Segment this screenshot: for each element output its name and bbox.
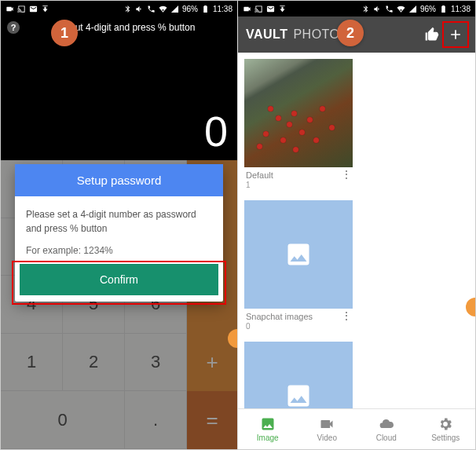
volume-icon [373, 5, 382, 13]
album-card-default[interactable]: Default 1 ⋮ [244, 59, 353, 189]
album-card-snapchat[interactable]: Snapchat images 0 ⋮ [244, 200, 353, 331]
phone-icon [147, 5, 156, 13]
bluetooth-icon [361, 5, 370, 13]
cast-icon [254, 5, 263, 13]
confirm-button[interactable]: Confirm [20, 264, 218, 295]
bottom-nav: Image Video Cloud Settings [238, 408, 475, 449]
clock: 11:38 [213, 5, 233, 13]
cloud-icon [379, 416, 394, 432]
album-count: 1 [246, 181, 273, 189]
mail-icon [29, 5, 38, 13]
wifi-icon [397, 5, 405, 13]
album-menu-icon[interactable]: ⋮ [341, 170, 351, 178]
album-thumb [244, 59, 353, 167]
download-icon [278, 5, 287, 13]
gear-icon [438, 416, 453, 432]
screenshot-step-1: 96% 11:38 ? put 4-digit and press % butt… [1, 1, 238, 449]
battery-pct: 96% [420, 5, 436, 13]
nav-video[interactable]: Video [298, 409, 357, 449]
clock: 11:38 [451, 5, 471, 13]
display-value: 0 [204, 107, 228, 155]
thumbs-up-icon [424, 27, 440, 42]
step-badge-1: 1 [51, 20, 78, 46]
signal-icon [408, 5, 417, 13]
add-button[interactable] [444, 23, 467, 46]
bluetooth-icon [123, 5, 132, 13]
image-placeholder-icon [284, 240, 313, 269]
album-name: Snapchat images [246, 312, 313, 322]
status-bar: 96% 11:38 [1, 1, 237, 16]
plus-icon [448, 27, 463, 42]
video-icon [5, 5, 14, 13]
nav-cloud[interactable]: Cloud [357, 409, 416, 449]
video-icon [243, 5, 251, 13]
screenshot-step-2: 96% 11:38 VAULT PHOTO [238, 1, 475, 449]
album-thumb [244, 342, 353, 408]
volume-icon [135, 5, 144, 13]
calculator-display: 0 [1, 38, 237, 160]
nav-label: Video [317, 434, 337, 442]
help-icon[interactable]: ? [7, 21, 20, 34]
mail-icon [266, 5, 275, 13]
step-badge-2: 2 [337, 20, 364, 46]
image-icon [260, 416, 276, 432]
calculator-header: ? put 4-digit and press % button [1, 16, 237, 38]
image-placeholder-icon [284, 382, 313, 408]
album-grid: Default 1 ⋮ Snapchat images 0 ⋮ [238, 53, 475, 408]
album-thumb [244, 200, 353, 309]
nav-label: Settings [431, 434, 460, 442]
battery-icon [201, 5, 210, 13]
nav-label: Image [257, 434, 279, 442]
confirm-highlight: Confirm [15, 264, 223, 302]
album-count: 0 [246, 322, 313, 331]
header-hint: put 4-digit and press % button [70, 22, 195, 33]
dialog-body: Please set a 4-digit number as password … [15, 196, 223, 264]
video-icon [319, 416, 335, 432]
battery-pct: 96% [182, 5, 198, 13]
wifi-icon [159, 5, 167, 13]
nav-label: Cloud [376, 434, 397, 442]
dialog-text: Please set a 4-digit number as password … [26, 207, 212, 236]
nav-image[interactable]: Image [238, 409, 298, 449]
title-strong: VAULT [246, 27, 287, 41]
album-card-instagram[interactable]: Instagram…photos 0 ⋮ [244, 342, 353, 408]
signal-icon [170, 5, 179, 13]
thumbs-up-button[interactable] [420, 23, 444, 46]
app-title: VAULT PHOTO [246, 27, 340, 42]
phone-icon [385, 5, 394, 13]
album-menu-icon[interactable]: ⋮ [341, 312, 351, 320]
album-name: Default [246, 170, 273, 181]
title-light: PHOTO [293, 27, 339, 41]
nav-settings[interactable]: Settings [416, 409, 476, 449]
battery-icon [439, 5, 448, 13]
status-bar: 96% 11:38 [238, 1, 475, 16]
setup-password-dialog: Setup password Please set a 4-digit numb… [15, 164, 223, 302]
download-icon [41, 5, 49, 13]
dialog-example: For example: 1234% [26, 243, 212, 258]
cast-icon [17, 5, 26, 13]
dialog-title: Setup password [15, 164, 223, 196]
